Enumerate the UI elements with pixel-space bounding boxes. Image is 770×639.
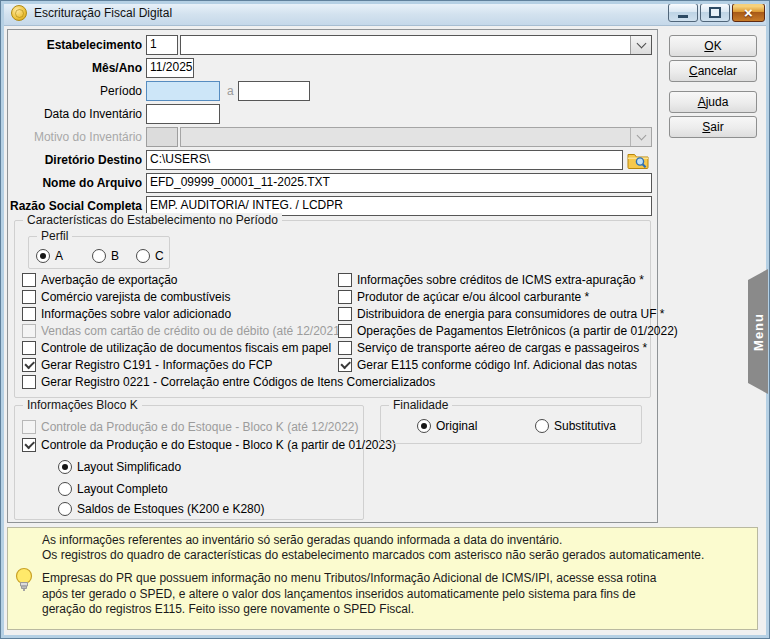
checkbox-icon [338, 307, 352, 321]
checkbox-vendas-cartao: Vendas com cartão de crédito ou de débit… [22, 323, 344, 338]
checkbox-gerar-0221[interactable]: Gerar Registro 0221 - Correlação entre C… [22, 374, 435, 389]
chevron-down-icon [636, 131, 646, 141]
menu-side-tab[interactable]: Menu [748, 269, 768, 394]
note-inventario: As informações referentes ao inventário … [42, 533, 562, 547]
browse-folder-button[interactable] [626, 149, 650, 170]
checkbox-distribuidora-energia[interactable]: Distribuidora de energia para consumidor… [338, 306, 665, 321]
estabelecimento-select[interactable] [180, 35, 652, 55]
cancel-button[interactable]: Cancelar [669, 60, 757, 82]
radio-icon [92, 249, 106, 263]
ok-button[interactable]: OK [669, 35, 757, 57]
checkbox-icon [22, 358, 36, 372]
checkbox-icon [22, 324, 36, 338]
periodo-label: Período [10, 81, 142, 101]
checkbox-icon [22, 420, 36, 434]
radio-layout-simplificado[interactable]: Layout Simplificado [58, 459, 181, 474]
diretorio-destino-label: Diretório Destino [10, 150, 142, 170]
motivo-inventario-select [180, 127, 652, 147]
restore-button[interactable] [700, 3, 730, 22]
checkbox-icon [22, 290, 36, 304]
radio-icon [36, 249, 50, 263]
mes-ano-input[interactable]: 11/2025 [146, 58, 194, 78]
checkbox-averbacao-exportacao[interactable]: Averbação de exportação [22, 272, 178, 287]
mes-ano-label: Mês/Ano [10, 58, 142, 78]
bloco-k-group-title: Informações Bloco K [23, 398, 142, 412]
radio-saldos-estoques[interactable]: Saldos de Estoques (K200 e K280) [58, 501, 264, 516]
checkbox-pagamentos-eletronicos[interactable]: Operações de Pagamentos Eletrônicos (a p… [338, 323, 678, 338]
app-icon [11, 5, 27, 21]
help-button[interactable]: Ajuda [669, 91, 757, 113]
checkbox-icon [338, 341, 352, 355]
checkbox-bloco-k-2023[interactable]: Controle da Produção e do Estoque - Bloc… [22, 437, 396, 452]
note-pr-tip: Empresas do PR que possuem informação no… [42, 571, 670, 618]
minimize-icon [678, 15, 688, 18]
caracteristicas-group-title: Características do Estabelecimento no Pe… [23, 213, 282, 227]
radio-icon [136, 249, 150, 263]
finalidade-group-title: Finalidade [389, 398, 452, 412]
window-title: Escrituração Fiscal Digital [34, 6, 172, 20]
motivo-inventario-label: Motivo do Inventário [10, 127, 142, 147]
nome-arquivo-label: Nome do Arquivo [10, 173, 142, 193]
perfil-radio-a[interactable]: A [36, 248, 63, 263]
menu-tab-label: Menu [751, 313, 766, 351]
radio-icon [58, 460, 72, 474]
checkbox-icon [338, 273, 352, 287]
data-inventario-input[interactable] [146, 104, 220, 124]
chevron-down-icon [636, 39, 646, 49]
periodo-to-input[interactable] [238, 81, 310, 101]
radio-layout-completo[interactable]: Layout Completo [58, 481, 168, 496]
restore-icon [709, 7, 721, 18]
radio-original[interactable]: Original [417, 418, 477, 433]
periodo-from-input[interactable] [146, 81, 220, 101]
note-asterisco: Os registros do quadro de característica… [42, 548, 704, 562]
nome-arquivo-input[interactable]: EFD_09999_00001_11-2025.TXT [146, 173, 652, 193]
perfil-radio-c[interactable]: C [136, 248, 164, 263]
checkbox-icon [22, 307, 36, 321]
motivo-dropdown-button [630, 128, 651, 146]
folder-search-icon [627, 151, 649, 169]
checkbox-produtor-acucar[interactable]: Produtor de açúcar e/ou álcool carburant… [338, 289, 589, 304]
checkbox-icon [338, 324, 352, 338]
close-button[interactable]: × [732, 3, 765, 22]
radio-icon [58, 502, 72, 516]
checkbox-icon [22, 375, 36, 389]
checkbox-gerar-c191[interactable]: Gerar Registro C191 - Informações do FCP [22, 357, 272, 372]
close-icon: × [744, 4, 753, 21]
lightbulb-icon [14, 567, 34, 597]
radio-substitutiva[interactable]: Substitutiva [535, 418, 616, 433]
perfil-group-title: Perfil [37, 229, 72, 243]
radio-icon [535, 419, 549, 433]
checkbox-gerar-e115[interactable]: Gerar E115 conforme código Inf. Adiciona… [338, 357, 637, 372]
checkbox-icon [22, 273, 36, 287]
checkbox-icon [338, 358, 352, 372]
estabelecimento-code-input[interactable]: 1 [146, 35, 178, 55]
minimize-button[interactable] [668, 3, 698, 22]
diretorio-destino-input[interactable]: C:\USERS\ [146, 150, 623, 170]
estabelecimento-dropdown-button[interactable] [630, 36, 651, 54]
checkbox-comercio-varejista[interactable]: Comércio varejista de combustíveis [22, 289, 230, 304]
perfil-radio-b[interactable]: B [92, 248, 119, 263]
motivo-inventario-code-input [146, 127, 178, 147]
efd-dialog-window: Escrituração Fiscal Digital × Estabeleci… [0, 0, 770, 639]
checkbox-icon [22, 341, 36, 355]
checkbox-transporte-aereo[interactable]: Serviço de transporte aéreo de cargas e … [338, 340, 647, 355]
checkbox-icon [338, 290, 352, 304]
checkbox-icon [22, 438, 36, 452]
checkbox-bloco-k-ate-2022: Controle da Produção e do Estoque - Bloc… [22, 419, 359, 434]
estabelecimento-label: Estabelecimento [10, 35, 142, 55]
checkbox-valor-adicionado[interactable]: Informações sobre valor adicionado [22, 306, 231, 321]
radio-icon [58, 482, 72, 496]
data-inventario-label: Data do Inventário [10, 104, 142, 124]
periodo-connector: a [227, 81, 234, 101]
radio-icon [417, 419, 431, 433]
checkbox-icms-extra-apuracao[interactable]: Informações sobre créditos de ICMS extra… [338, 272, 644, 287]
title-bar[interactable]: Escrituração Fiscal Digital [1, 1, 769, 26]
checkbox-controle-documentos-papel[interactable]: Controle de utilização de documentos fis… [22, 340, 331, 355]
exit-button[interactable]: Sair [669, 116, 757, 138]
